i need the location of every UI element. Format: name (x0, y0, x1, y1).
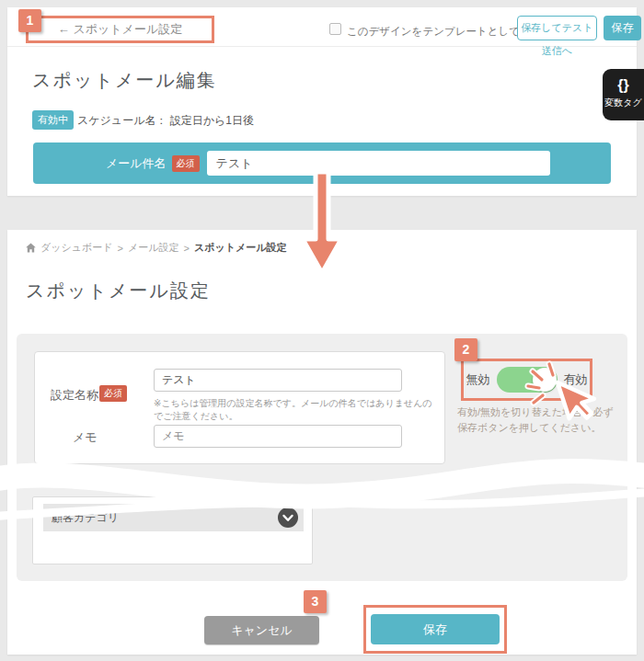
category-header-bar[interactable]: 顧客カテゴリ (43, 504, 304, 531)
braces-icon: {} (603, 77, 644, 94)
settings-panel: ダッシュボード > メール設定 > スポットメール設定 スポットメール設定 設定… (7, 230, 637, 655)
cancel-button[interactable]: キャンセル (204, 616, 319, 644)
required-badge: 必須 (99, 385, 127, 402)
template-save-checkbox[interactable] (329, 23, 341, 35)
step-1-badge: 1 (18, 9, 41, 32)
basic-settings-card: 設定名称 必須 ※こちらは管理用の設定名称です。メールの件名ではありませんのでご… (34, 351, 445, 464)
settings-form-area: 設定名称 必須 ※こちらは管理用の設定名称です。メールの件名ではありませんのでご… (17, 334, 627, 581)
memo-input[interactable] (154, 425, 402, 448)
status-badge: 有効中 (32, 110, 74, 130)
save-and-test-button[interactable]: 保存してテスト送信へ (517, 16, 597, 40)
click-cursor-icon (524, 360, 602, 441)
home-icon (26, 243, 36, 253)
schedule-text: スケジュール名： 設定日から1日後 (77, 113, 254, 129)
subject-input[interactable] (207, 151, 550, 176)
settings-page-title: スポットメール設定 (26, 279, 211, 303)
memo-label: メモ (73, 429, 98, 446)
editor-page-title: スポットメール編集 (32, 68, 217, 93)
variable-tag-label: 変数タグ (603, 97, 644, 109)
save-button-bottom[interactable]: 保存 (371, 614, 500, 644)
variable-tag-button[interactable]: {} 変数タグ (603, 69, 644, 120)
step-2-badge: 2 (454, 338, 477, 361)
toggle-off-label: 無効 (466, 371, 490, 388)
breadcrumb-separator: > (184, 243, 190, 254)
tutorial-screenshot: ← スポットメール設定 1 このデザインをテンプレートとしても保存 保存してテス… (0, 0, 644, 661)
setting-name-input[interactable] (154, 369, 402, 392)
breadcrumb-mail-settings[interactable]: メール設定 (128, 241, 179, 255)
breadcrumb-dashboard[interactable]: ダッシュボード (40, 241, 113, 255)
step-3-badge: 3 (304, 590, 327, 613)
chevron-down-icon[interactable] (278, 507, 298, 528)
category-card: 顧客カテゴリ (32, 496, 313, 564)
category-label: 顧客カテゴリ (52, 510, 278, 526)
down-arrow-icon (300, 169, 344, 278)
save-button-top[interactable]: 保存 (604, 16, 641, 40)
back-link[interactable]: ← スポットメール設定 (58, 21, 182, 38)
editor-panel: ← スポットメール設定 1 このデザインをテンプレートとしても保存 保存してテス… (7, 7, 637, 196)
breadcrumb: ダッシュボード > メール設定 > スポットメール設定 (26, 241, 286, 255)
back-link-highlight: ← スポットメール設定 (26, 16, 214, 43)
breadcrumb-current: スポットメール設定 (194, 241, 287, 255)
name-label: 設定名称 (51, 387, 98, 404)
setting-name-note: ※こちらは管理用の設定名称です。メールの件名ではありませんのでご注意ください。 (154, 397, 434, 423)
subject-label: メール件名 (106, 155, 167, 172)
required-badge: 必須 (172, 155, 200, 172)
breadcrumb-separator: > (118, 243, 123, 254)
